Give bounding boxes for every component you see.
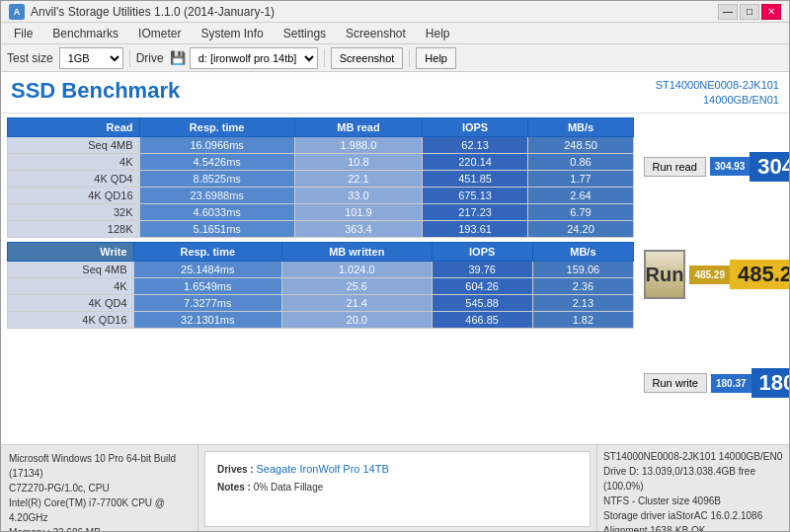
read-cell-1: 4.6033ms (139, 203, 294, 220)
ssd-header: SSD Benchmark ST14000NE0008-2JK101 14000… (1, 72, 789, 114)
write-score-row: Run write 180.37 180.37 (644, 368, 780, 398)
run-read-button[interactable]: Run read (644, 157, 706, 177)
drive-select[interactable]: d: [ironwolf pro 14tb] (190, 47, 318, 69)
write-cell-4: 159.06 (532, 261, 633, 277)
help-button[interactable]: Help (416, 47, 456, 69)
write-table-row: Seq 4MB25.1484ms1.024.039.76159.06 (8, 261, 634, 277)
write-cell-0: 4K QD16 (8, 311, 134, 328)
toolbar-separator-2 (324, 49, 325, 67)
write-table: Write Resp. time MB written IOPS MB/s Se… (7, 242, 634, 329)
read-cell-1: 16.0966ms (139, 136, 294, 153)
read-cell-4: 2.64 (528, 187, 634, 203)
notes-value: 0% Data Fillage (254, 482, 324, 493)
read-table-row: 32K4.6033ms101.9217.236.79 (8, 203, 634, 220)
menu-bar: File Benchmarks IOmeter System Info Sett… (1, 23, 789, 44)
os-info: Microsoft Windows 10 Pro 64-bit Build (1… (9, 451, 190, 481)
notes-info: Notes : 0% Data Fillage (217, 479, 578, 495)
write-table-row: 4K QD1632.1301ms20.0466.851.82 (8, 311, 634, 328)
maximize-button[interactable]: □ (740, 4, 759, 20)
read-cell-1: 5.1651ms (139, 220, 294, 237)
read-cell-3: 675.13 (423, 187, 528, 203)
write-cell-3: 39.76 (432, 261, 532, 277)
ssd-title: SSD Benchmark (11, 78, 180, 104)
write-cell-3: 545.88 (432, 294, 532, 311)
write-cell-0: 4K QD4 (8, 294, 134, 311)
write-cell-2: 21.4 (281, 294, 432, 311)
menu-system-info[interactable]: System Info (192, 24, 272, 43)
write-cell-2: 20.0 (281, 311, 432, 328)
write-header: Write (8, 242, 134, 261)
write-cell-4: 2.36 (532, 277, 633, 294)
run-button[interactable]: Run (644, 250, 686, 299)
read-score-small: 304.93 (710, 157, 750, 176)
drive-space: Drive D: 13.039,0/13.038.4GB free (100.0… (603, 464, 783, 494)
read-cell-2: 22.1 (294, 170, 422, 187)
read-cell-0: 128K (8, 220, 140, 237)
minimize-button[interactable]: — (718, 4, 738, 20)
resp-time-write-header: Resp. time (133, 242, 281, 261)
read-score-panel: Run read 304.93 304.93 (644, 152, 780, 186)
read-cell-2: 101.9 (294, 203, 422, 220)
total-score-row: Run 485.29 485.29 (644, 250, 780, 299)
menu-help[interactable]: Help (417, 24, 459, 43)
menu-screenshot[interactable]: Screenshot (337, 24, 415, 43)
read-cell-3: 193.61 (423, 220, 528, 237)
write-cell-1: 25.1484ms (133, 261, 281, 277)
read-cell-2: 33.0 (294, 187, 422, 203)
menu-benchmarks[interactable]: Benchmarks (43, 24, 127, 43)
read-cell-4: 6.79 (528, 203, 634, 220)
total-score-small: 485.29 (689, 266, 730, 284)
app-icon: A (9, 4, 25, 20)
read-cell-0: 4K QD16 (8, 187, 140, 203)
write-cell-1: 32.1301ms (133, 311, 281, 328)
test-size-select[interactable]: 1GB 100MB 4GB (59, 47, 123, 69)
toolbar: Test size 1GB 100MB 4GB Drive 💾 d: [iron… (1, 44, 789, 72)
read-cell-3: 451.85 (423, 170, 528, 187)
read-table-row: 128K5.1651ms363.4193.6124.20 (8, 220, 634, 237)
read-cell-1: 8.8525ms (139, 170, 294, 187)
read-cell-4: 248.50 (528, 136, 634, 153)
fs-info: NTFS - Cluster size 4096B (603, 494, 783, 508)
drive-label: Drive (136, 51, 164, 65)
benchmark-tables: Read Resp. time MB read IOPS MB/s Seq 4M… (7, 117, 634, 440)
title-bar: A Anvil's Storage Utilities 1.1.0 (2014-… (1, 1, 789, 23)
drive-id: ST14000NE0008-2JK101 14000GB/EN0 (603, 449, 783, 464)
read-cell-0: Seq 4MB (8, 136, 140, 153)
read-cell-2: 1.988.0 (294, 136, 422, 153)
write-table-row: 4K1.6549ms25.6604.262.36 (8, 277, 634, 294)
bottom-bar: Microsoft Windows 10 Pro 64-bit Build (1… (1, 444, 789, 532)
drive-icon: 💾 (170, 50, 186, 65)
mb-read-header: MB read (294, 117, 422, 136)
window-controls[interactable]: — □ ✕ (718, 4, 781, 20)
drives-info: Drives : Seagate IronWolf Pro 14TB (217, 460, 578, 479)
drive-line1: ST14000NE0008-2JK101 (656, 78, 779, 93)
menu-settings[interactable]: Settings (275, 24, 335, 43)
total-score-large: 485.29 (730, 260, 790, 289)
write-cell-0: Seq 4MB (8, 261, 134, 277)
write-cell-1: 7.3277ms (133, 294, 281, 311)
cpu-model: C7Z270-PG/1.0c, CPU (9, 481, 190, 495)
read-table-row: 4K4.5426ms10.8220.140.86 (8, 153, 634, 170)
write-score-large: 180.37 (751, 368, 790, 398)
read-table: Read Resp. time MB read IOPS MB/s Seq 4M… (7, 117, 634, 238)
read-table-row: 4K QD1623.6988ms33.0675.132.64 (8, 187, 634, 203)
write-cell-4: 2.13 (532, 294, 633, 311)
screenshot-button[interactable]: Screenshot (331, 47, 404, 69)
menu-file[interactable]: File (5, 24, 41, 43)
menu-iometer[interactable]: IOmeter (129, 24, 190, 43)
write-cell-4: 1.82 (532, 311, 633, 328)
total-score-box: 485.29 485.29 (689, 260, 790, 289)
run-write-button[interactable]: Run write (644, 373, 707, 393)
read-cell-0: 32K (8, 203, 140, 220)
mbs-read-header: MB/s (528, 117, 634, 136)
read-cell-2: 363.4 (294, 220, 422, 237)
read-cell-0: 4K (8, 153, 140, 170)
close-button[interactable]: ✕ (761, 4, 781, 20)
score-panels: Run read 304.93 304.93 Run 485.29 485.29 (640, 117, 783, 440)
read-cell-0: 4K QD4 (8, 170, 140, 187)
read-cell-1: 23.6988ms (139, 187, 294, 203)
write-table-row: 4K QD47.3277ms21.4545.882.13 (8, 294, 634, 311)
drive-info: ST14000NE0008-2JK101 14000GB/EN01 (656, 78, 779, 109)
read-cell-3: 62.13 (423, 136, 528, 153)
read-score-row: Run read 304.93 304.93 (644, 152, 780, 182)
